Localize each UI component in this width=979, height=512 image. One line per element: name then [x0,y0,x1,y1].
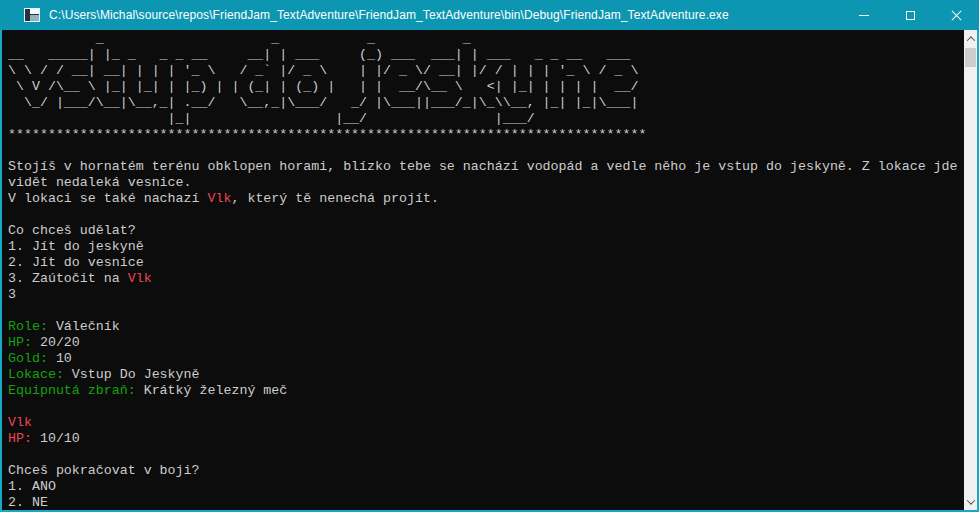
text-segment: Co chceš udělat? [8,223,136,238]
console-line: Role: Válečník [8,319,964,335]
text-segment: , který tě nenechá projít. [231,191,438,206]
text-segment: Vstup Do Jeskyně [64,367,200,382]
console-app-icon [24,8,40,22]
text-segment: 3. Zaútočit na [8,271,128,286]
console-line: Vlk [8,415,964,431]
console-content[interactable]: _ _ _ _ __ _____| |_ _ _ _ __ __| | ___ … [0,30,964,512]
console-line: 2. Jít do vesnice [8,255,964,271]
console-line: 3. Zaútočit na Vlk [8,271,964,287]
window-controls [841,0,979,30]
console-line [8,399,964,415]
console-line: 1. ANO [8,479,964,495]
text-segment: vidět nedaleká vesnice. [8,175,192,190]
close-icon [951,10,962,21]
console-line: Co chceš udělat? [8,223,964,239]
close-button[interactable] [933,0,979,30]
text-segment: Vlk [128,271,152,286]
text-segment: Krátký železný meč [136,383,288,398]
console-line [8,207,964,223]
text-segment: 20/20 [32,335,80,350]
text-segment: HP: [8,431,32,446]
console-line: Equipnutá zbraň: Krátký železný meč [8,383,964,399]
scroll-down-button[interactable] [964,493,977,510]
scroll-up-button[interactable] [964,30,977,47]
text-segment: 10/10 [32,431,80,446]
console-line: ****************************************… [8,127,964,143]
console-line: V lokaci se také nachazí Vlk, který tě n… [8,191,964,207]
title-bar: C:\Users\Michal\source\repos\FriendJam_T… [0,0,979,30]
text-segment: 10 [48,351,72,366]
maximize-button[interactable] [887,0,933,30]
text-segment: Vlk [208,191,232,206]
console-line: Stojíš v hornatém terénu obklopen horami… [8,159,964,175]
text-segment: Equipnutá zbraň: [8,383,136,398]
console-output: ****************************************… [8,127,964,511]
text-segment: 2. NE [8,495,48,510]
text-segment: Válečník [48,319,120,334]
console-line: Gold: 10 [8,351,964,367]
console-line: 2. NE [8,495,964,511]
chevron-down-icon [966,496,974,504]
text-segment: V lokaci se také nachazí [8,191,208,206]
text-segment: Gold: [8,351,48,366]
text-segment: Role: [8,319,48,334]
console-line: vidět nedaleká vesnice. [8,175,964,191]
text-segment: HP: [8,335,32,350]
text-segment: 1. Jít do jeskyně [8,239,144,254]
text-segment: Lokace: [8,367,64,382]
console-line: Chceš pokračovat v boji? [8,463,964,479]
maximize-icon [906,11,915,20]
console-line: HP: 20/20 [8,335,964,351]
vertical-scrollbar[interactable] [964,30,979,512]
console-line: HP: 10/10 [8,431,964,447]
console-line [8,447,964,463]
console-line [8,303,964,319]
text-segment: Chceš pokračovat v boji? [8,463,200,478]
ascii-art-title: _ _ _ _ __ _____| |_ _ _ _ __ __| | ___ … [8,31,964,127]
console-line: Lokace: Vstup Do Jeskyně [8,367,964,383]
text-segment: 1. ANO [8,479,56,494]
text-segment: 3 [8,287,16,302]
scrollbar-thumb[interactable] [965,48,976,67]
text-segment: 2. Jít do vesnice [8,255,144,270]
text-segment: Stojíš v hornatém terénu obklopen horami… [8,159,958,174]
window-title: C:\Users\Michal\source\repos\FriendJam_T… [49,8,729,22]
minimize-icon [859,15,869,16]
console-line: 3 [8,287,964,303]
chevron-up-icon [966,36,974,44]
text-segment: Vlk [8,415,32,430]
minimize-button[interactable] [841,0,887,30]
console-line [8,143,964,159]
console-line: 1. Jít do jeskyně [8,239,964,255]
text-segment: ****************************************… [8,127,646,142]
console-window: C:\Users\Michal\source\repos\FriendJam_T… [0,0,979,512]
